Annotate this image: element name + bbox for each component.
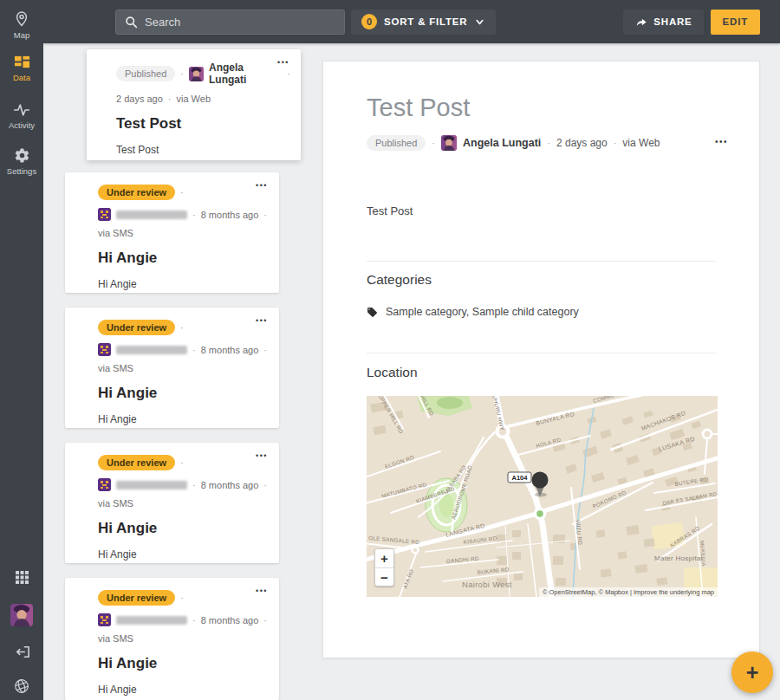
map-tiles: UPPER HILL RD HILL RD ELGON RD MATUMBATO… — [367, 396, 718, 597]
separator-dot: · — [180, 322, 184, 333]
sort-filter-label: SORT & FILTER — [384, 16, 467, 27]
apps-grid-icon[interactable] — [15, 570, 29, 585]
user-avatar[interactable] — [10, 604, 33, 626]
post-channel: via SMS — [98, 228, 133, 238]
post-channel: via SMS — [98, 498, 133, 509]
separator-dot: · — [192, 345, 196, 355]
sidebar-item-data[interactable]: Data — [0, 54, 43, 82]
data-grid-icon — [14, 54, 30, 70]
author-avatar — [189, 67, 204, 81]
sort-filter-button[interactable]: 0 SORT & FILTER — [351, 10, 496, 35]
map-pin-icon — [13, 10, 30, 28]
post-excerpt: Hi Angie — [98, 413, 269, 425]
detail-status-badge: Published — [367, 135, 426, 151]
globe-icon[interactable] — [13, 677, 30, 695]
location-heading: Location — [367, 365, 716, 380]
separator-dot: · — [432, 138, 435, 148]
detail-menu-button[interactable]: ••• — [715, 137, 728, 146]
separator-dot: · — [263, 615, 267, 625]
post-title[interactable]: Hi Angie — [98, 655, 269, 672]
sidebar-label-data: Data — [13, 73, 30, 82]
sidebar-label-activity: Activity — [9, 120, 35, 130]
separator-dot: · — [614, 138, 617, 148]
top-bar: 0 SORT & FILTER SHARE EDIT — [43, 0, 780, 43]
map-zoom-in-button[interactable]: + — [375, 549, 393, 567]
detail-author-name[interactable]: Angela Lungati — [463, 137, 541, 149]
edit-label: EDIT — [723, 16, 748, 27]
separator-dot: · — [192, 480, 196, 490]
post-menu-button[interactable]: ••• — [277, 58, 289, 67]
share-button[interactable]: SHARE — [623, 10, 703, 35]
post-detail-panel: Test Post Published · Angela Lungati · 2… — [322, 61, 760, 658]
redacted-author-name — [116, 211, 187, 219]
post-card-selected[interactable]: ••• Published · Angela Lungati · 2 days … — [87, 49, 301, 160]
separator-dot: · — [168, 94, 172, 104]
post-menu-button[interactable]: ••• — [256, 316, 268, 325]
add-post-fab[interactable]: + — [731, 651, 773, 693]
post-card[interactable]: ••• Under review · · 8 months ago · via … — [65, 308, 279, 428]
post-time: 8 months ago — [201, 345, 259, 355]
route-badge: A104 — [508, 472, 531, 483]
status-badge: Under review — [98, 455, 175, 470]
categories-value: Sample category, Sample child category — [386, 306, 579, 318]
redacted-author-name — [116, 481, 187, 489]
status-badge: Published — [116, 66, 175, 81]
map-zoom-out-button[interactable]: − — [375, 567, 393, 586]
sidebar-label-map: Map — [14, 30, 29, 40]
app-window: Map Data Activity — [0, 0, 780, 700]
post-time: 8 months ago — [201, 210, 259, 220]
post-card[interactable]: ••• Under review · · 8 months ago · via … — [65, 443, 279, 563]
separator-dot: · — [263, 345, 267, 355]
post-title[interactable]: Test Post — [116, 115, 290, 133]
sidebar: Map Data Activity — [0, 0, 43, 700]
post-channel: via Web — [177, 94, 211, 104]
post-time: 8 months ago — [201, 480, 259, 490]
sidebar-item-map[interactable]: Map — [0, 10, 43, 40]
map-zoom-control: + − — [374, 548, 394, 587]
logout-icon[interactable] — [14, 644, 30, 660]
search-box[interactable] — [115, 10, 345, 35]
status-badge: Under review — [98, 185, 175, 200]
post-channel: via SMS — [98, 363, 133, 373]
sidebar-bottom-group — [0, 570, 43, 695]
detail-time: 2 days ago — [556, 137, 608, 149]
post-title[interactable]: Hi Angie — [98, 520, 269, 537]
separator-dot: · — [263, 210, 267, 220]
share-arrow-icon — [634, 16, 647, 29]
separator-dot: · — [192, 210, 196, 220]
post-time: 8 months ago — [201, 615, 259, 625]
author-name[interactable]: Angela Lungati — [209, 62, 282, 86]
edit-button[interactable]: EDIT — [711, 10, 760, 35]
post-menu-button[interactable]: ••• — [256, 451, 268, 460]
post-title[interactable]: Hi Angie — [98, 385, 269, 402]
post-title[interactable]: Hi Angie — [98, 250, 269, 267]
location-map[interactable]: UPPER HILL RD HILL RD ELGON RD MATUMBATO… — [367, 396, 718, 597]
separator-dot: · — [180, 187, 184, 198]
sidebar-item-settings[interactable]: Settings — [0, 147, 43, 176]
author-avatar — [98, 613, 111, 626]
separator-dot: · — [263, 480, 267, 490]
post-menu-button[interactable]: ••• — [256, 181, 268, 190]
map-attribution[interactable]: © OpenStreetMap, © Mapbox | Improve the … — [539, 587, 718, 597]
detail-channel: via Web — [622, 137, 660, 149]
author-avatar — [98, 478, 111, 491]
tag-icon — [367, 307, 378, 318]
author-avatar — [98, 343, 111, 356]
activity-pulse-icon — [13, 102, 30, 118]
post-card[interactable]: ••• Under review · · 8 months ago · via … — [65, 578, 279, 700]
separator-dot: · — [180, 457, 184, 468]
settings-gear-icon — [14, 147, 30, 164]
author-avatar — [98, 208, 111, 221]
filter-count-badge: 0 — [361, 14, 377, 29]
separator-dot: · — [180, 68, 184, 79]
search-input[interactable] — [145, 16, 335, 29]
post-time: 2 days ago — [116, 94, 163, 104]
post-channel: via SMS — [98, 633, 133, 644]
post-menu-button[interactable]: ••• — [256, 587, 268, 595]
post-card[interactable]: ••• Under review · · 8 months ago · via … — [65, 172, 279, 293]
divider — [367, 353, 716, 353]
redacted-author-name — [116, 616, 187, 625]
sidebar-item-activity[interactable]: Activity — [0, 102, 43, 130]
chevron-down-icon — [474, 16, 485, 28]
divider — [367, 261, 716, 262]
